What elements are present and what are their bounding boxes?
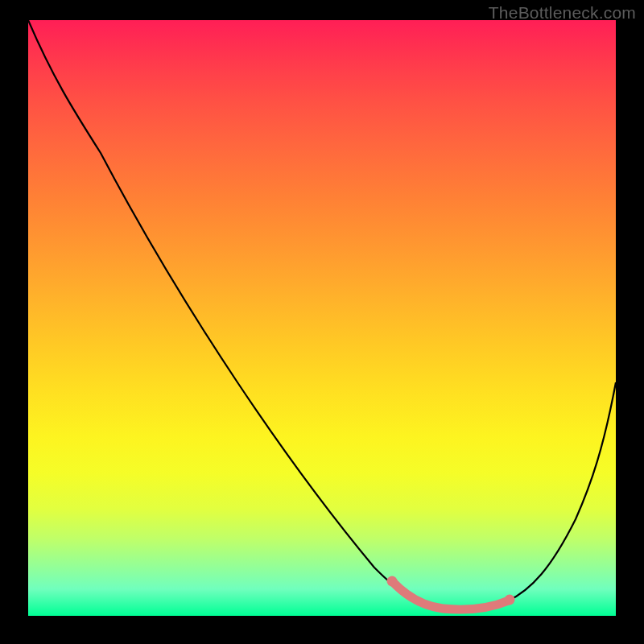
canvas: TheBottleneck.com <box>0 0 644 644</box>
main-curve <box>28 20 616 609</box>
watermark-text: TheBottleneck.com <box>489 3 636 23</box>
plot-area <box>28 20 616 616</box>
highlight-segment <box>392 581 509 609</box>
highlight-end-dot <box>505 595 515 605</box>
chart-svg <box>28 20 616 616</box>
